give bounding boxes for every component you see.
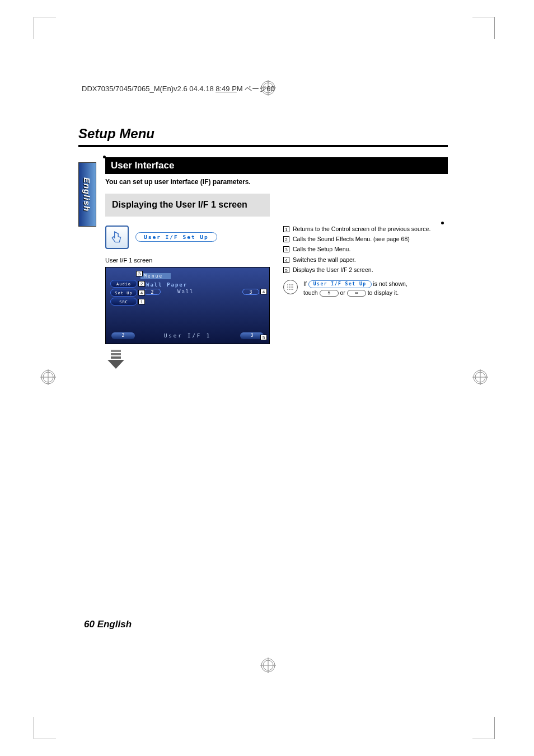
- note-user-if-setup-pill: User I/F Set Up: [308, 280, 372, 288]
- section-heading: User Interface: [105, 157, 448, 174]
- definition-text: Calls the Setup Menu.: [293, 245, 448, 253]
- print-header-underlined: 8:49 P: [216, 84, 237, 93]
- note-text: If User I/F Set Up is not shown, touch 5…: [303, 280, 407, 298]
- svg-rect-16: [111, 350, 121, 352]
- print-header-suffix: M ページ60: [237, 84, 275, 93]
- registration-mark-icon: [472, 369, 488, 385]
- svg-rect-17: [111, 353, 121, 355]
- screen-audio-button: Audio: [110, 280, 137, 288]
- touch-icon: [105, 226, 129, 249]
- crop-mark: [34, 17, 56, 39]
- definition-number: 4: [283, 257, 289, 263]
- screen-right-arrow: 3: [242, 289, 259, 295]
- definition-number: 5: [283, 267, 289, 273]
- note-up-arrow-icon: 5: [320, 290, 339, 297]
- page-title: Setup Menu: [78, 126, 448, 147]
- definition-number: 2: [283, 236, 289, 242]
- section-subheading: You can set up user interface (IF) param…: [105, 178, 448, 186]
- definition-text: Displays the User I/F 2 screen.: [293, 266, 448, 274]
- note-down-arrow-icon: ∞: [347, 290, 366, 297]
- registration-mark-icon: [40, 369, 56, 385]
- note-if: If: [303, 280, 307, 287]
- screen-bottom-left-arrow: 2: [111, 332, 135, 339]
- note-or: or: [339, 289, 347, 296]
- note-end: to display it.: [366, 289, 399, 296]
- note-not-shown: is not shown,: [372, 280, 407, 287]
- definition-item: 1 Returns to the Control screen of the p…: [283, 225, 448, 233]
- definition-number: 1: [283, 226, 289, 232]
- definition-item: 5 Displays the User I/F 2 screen.: [283, 266, 448, 274]
- step-heading: Displaying the User I/F 1 screen: [105, 194, 270, 217]
- definition-text: Calls the Sound Effects Menu. (see page …: [293, 235, 448, 243]
- down-arrow-icon: [105, 350, 127, 369]
- print-header-prefix: DDX7035/7045/7065_M(En)v2.6 04.4.18: [82, 84, 216, 93]
- callout-4-right: 4: [260, 289, 267, 294]
- registration-mark-icon: [260, 658, 276, 673]
- crop-mark: [34, 717, 56, 739]
- definition-item: 4 Switches the wall paper.: [283, 256, 448, 264]
- svg-rect-18: [111, 356, 121, 359]
- language-tab: English: [78, 162, 96, 227]
- screen-caption: User I/F 1 screen: [105, 257, 270, 264]
- user-if-1-screen: Menue Audio Set Up SRC Wall Paper 2 Wall…: [105, 267, 270, 344]
- definition-number: 3: [283, 246, 289, 252]
- definition-text: Switches the wall paper.: [293, 256, 448, 264]
- page-footer: 60 English: [84, 619, 132, 630]
- note-icon: [283, 280, 298, 294]
- note-row: If User I/F Set Up is not shown, touch 5…: [283, 280, 448, 298]
- screen-setup-button: Set Up: [110, 289, 137, 297]
- note-touch: touch: [303, 289, 320, 296]
- language-tab-label: English: [83, 177, 92, 212]
- callout-3: 3: [136, 271, 143, 276]
- definition-text: Returns to the Control screen of the pre…: [293, 225, 448, 233]
- callout-5: 5: [260, 335, 267, 340]
- screen-wallpaper-label: Wall Paper: [146, 282, 188, 288]
- definition-list: 1 Returns to the Control screen of the p…: [283, 225, 448, 274]
- step-pill-row: User I/F Set Up: [105, 226, 270, 249]
- screen-left-arrow: 2: [144, 289, 161, 295]
- screen-bottom-title: User I/F 1: [139, 333, 236, 339]
- screen-wallpaper-value: Wall: [177, 289, 194, 294]
- user-if-setup-pill: User I/F Set Up: [135, 232, 217, 242]
- definition-item: 3 Calls the Setup Menu.: [283, 245, 448, 253]
- crop-mark: [472, 17, 495, 39]
- callout-4-left: 4: [138, 290, 145, 295]
- callout-1: 1: [138, 299, 145, 304]
- definition-item: 2 Calls the Sound Effects Menu. (see pag…: [283, 235, 448, 243]
- screen-src-button: SRC: [110, 298, 137, 306]
- print-header-text: DDX7035/7045/7065_M(En)v2.6 04.4.18 8:49…: [82, 84, 275, 94]
- screen-menue-tab: Menue: [140, 273, 171, 279]
- svg-marker-19: [107, 360, 124, 369]
- crop-mark: [472, 717, 495, 739]
- callout-2: 2: [138, 281, 145, 287]
